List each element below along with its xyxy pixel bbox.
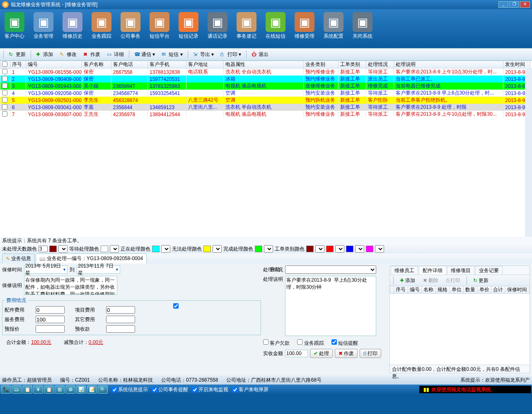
color-cat2[interactable] xyxy=(326,246,334,252)
data-grid[interactable]: 序号编号客户名称客户电话客户手机客户地址电器属性业务类别工单类别处理情况处理说明… xyxy=(0,61,530,118)
sub-refresh-button[interactable]: ↻更新 xyxy=(470,276,491,285)
sub-tab-0[interactable]: 维修员工 xyxy=(391,266,418,275)
color-proc-select[interactable] xyxy=(161,245,170,253)
edit-button[interactable]: ✎修改 xyxy=(57,50,80,59)
exit-button[interactable]: ⏻退出 xyxy=(249,50,271,59)
task-icon-3[interactable]: 📋 xyxy=(22,385,32,394)
company-remind-check[interactable]: 公司事务提醒 xyxy=(152,386,188,393)
parts-grid[interactable]: 序号编号名称规格单位数量单价合计保修时间 xyxy=(390,286,530,365)
col-header[interactable]: 电器属性 xyxy=(223,61,304,68)
table-row[interactable]: 5YG13-0809-092501-0005李先生456328874八里三路42… xyxy=(0,97,530,104)
sub-col-header[interactable]: 合计 xyxy=(491,286,505,294)
color-cat2-sel[interactable] xyxy=(335,245,344,253)
minimize-button[interactable]: _ xyxy=(498,1,508,8)
color-cat3[interactable] xyxy=(346,246,353,252)
ribbon-10[interactable]: ▣维修受理 xyxy=(290,11,319,46)
vertical-scrollbar[interactable] xyxy=(525,68,532,237)
task-icon-6[interactable]: ⊞ xyxy=(55,385,65,394)
other-fee-input[interactable] xyxy=(106,316,135,323)
comm-dropdown[interactable]: ☎通信 ▾ xyxy=(131,50,158,59)
color-done[interactable] xyxy=(255,246,262,252)
print-dropdown[interactable]: ⎙打印 ▾ xyxy=(218,50,244,59)
ribbon-5[interactable]: ▣短信平台 xyxy=(145,11,174,46)
track-checkbox[interactable] xyxy=(297,339,302,345)
maximize-button[interactable]: ❐ xyxy=(509,1,519,8)
color-cat4-sel[interactable] xyxy=(375,245,384,253)
row-checkbox[interactable] xyxy=(2,90,7,95)
task-icon-8[interactable]: 📊 xyxy=(76,385,86,394)
auto-checkbox[interactable] xyxy=(173,303,179,309)
ribbon-4[interactable]: ▣公司事务 xyxy=(116,11,145,46)
color-wait[interactable] xyxy=(101,246,108,252)
row-checkbox[interactable] xyxy=(2,97,7,102)
sub-col-header[interactable]: 序号 xyxy=(394,286,408,294)
col-header[interactable]: 客户手机 xyxy=(148,61,186,68)
table-row[interactable]: 4YG13-0809-092058-0004保密2345687741593325… xyxy=(0,90,530,97)
task-icon-4[interactable]: ¥ xyxy=(33,385,43,394)
close-button[interactable]: ✕ xyxy=(520,1,530,8)
ribbon-9[interactable]: ▣在线短信 xyxy=(261,11,290,46)
ribbon-6[interactable]: ▣短信记录 xyxy=(174,11,203,46)
add-button[interactable]: ✚添加 xyxy=(33,50,56,59)
color-cat3-sel[interactable] xyxy=(355,245,364,253)
warranty-end-date[interactable]: 2013年11月 7日星▼ xyxy=(77,265,120,274)
ribbon-1[interactable]: ▣业务管理 xyxy=(29,11,58,46)
ribbon-8[interactable]: ▣事务速记 xyxy=(232,11,261,46)
col-header[interactable]: 发生时间 xyxy=(503,61,530,68)
sub-del-button[interactable]: ✖删除 xyxy=(420,276,441,285)
color-cat4[interactable] xyxy=(366,246,373,252)
task-icon-2[interactable]: 🗂 xyxy=(12,385,22,394)
task-icon-7[interactable]: ⚙ xyxy=(65,385,75,394)
sub-col-header[interactable]: 名称 xyxy=(422,286,436,294)
ribbon-3[interactable]: ▣业务跟踪 xyxy=(87,11,116,46)
sys-info-check[interactable]: 系统信息提示 xyxy=(112,386,148,393)
refresh-button[interactable]: ↻更新 xyxy=(6,50,29,59)
row-checkbox[interactable] xyxy=(2,104,7,110)
task-icon-10[interactable]: 🔍 xyxy=(98,385,108,394)
ribbon-7[interactable]: ▣通话记录 xyxy=(203,11,232,46)
sms-check-wrap[interactable]: 短信提醒 xyxy=(331,339,358,347)
popup-check[interactable]: 客户来电弹屏 xyxy=(232,386,268,393)
status-select[interactable] xyxy=(285,265,376,274)
sub-tab-1[interactable]: 配件详细 xyxy=(419,266,446,275)
col-header[interactable]: 业务类别 xyxy=(304,61,339,68)
task-icon-5[interactable]: 📋 xyxy=(44,385,54,394)
col-header[interactable]: 处理说明 xyxy=(394,61,503,68)
col-header[interactable]: 序号 xyxy=(10,61,26,68)
color-done-select[interactable] xyxy=(264,245,273,253)
task-icon-9[interactable]: 📝 xyxy=(87,385,97,394)
sub-col-header[interactable]: 编号 xyxy=(408,286,422,294)
quote-input[interactable] xyxy=(36,325,65,333)
detail-button[interactable]: ▭详细 xyxy=(104,50,127,59)
void-button[interactable]: ✖作废 xyxy=(80,50,103,59)
sub-tab-2[interactable]: 维修项目 xyxy=(447,266,474,275)
sub-add-button[interactable]: ✚添加 xyxy=(397,276,418,285)
color-fail-select[interactable] xyxy=(213,245,222,253)
color-proc[interactable] xyxy=(152,246,160,252)
export-dropdown[interactable]: ⇲导出 ▾ xyxy=(190,50,217,59)
track-check-wrap[interactable]: 业务跟踪 xyxy=(297,339,324,347)
deposit-input[interactable] xyxy=(106,325,135,333)
ribbon-12[interactable]: ▣关闭系统 xyxy=(348,11,377,46)
sub-col-header[interactable]: 保修时间 xyxy=(505,286,529,294)
color-cat1[interactable] xyxy=(306,246,314,252)
ribbon-11[interactable]: ▣系统配置 xyxy=(319,11,348,46)
sms-remind-checkbox[interactable] xyxy=(331,339,337,345)
warranty-start-date[interactable]: 2013年 5月19日星▼ xyxy=(24,265,68,274)
table-row[interactable]: 7YG13-0809-093607-0007王先生423569781389441… xyxy=(0,111,530,118)
sub-print-button[interactable]: ⎙打印 xyxy=(443,276,463,285)
ribbon-2[interactable]: ▣维修历史 xyxy=(58,11,87,46)
ribbon-0[interactable]: ▣客户中心 xyxy=(0,11,29,46)
color-wait-select[interactable] xyxy=(110,245,119,253)
table-row[interactable]: 1YG13-0809-081556-0001保密2667558137881328… xyxy=(0,68,530,76)
col-header[interactable]: 处理情况 xyxy=(366,61,394,68)
proj-fee-input[interactable] xyxy=(106,306,135,314)
warranty-desc-textarea[interactable]: 在保修期内为同一故障，同一现象，同一配件，如电器出现另一故障类型，另外收取手工费… xyxy=(24,276,117,295)
color-fail[interactable] xyxy=(203,246,211,252)
sub-col-header[interactable]: 单位 xyxy=(450,286,464,294)
actual-input[interactable] xyxy=(285,350,308,357)
row-checkbox[interactable] xyxy=(2,83,7,88)
select-all-checkbox[interactable] xyxy=(2,61,7,67)
call-monitor-check[interactable]: 开启来电监视 xyxy=(192,386,228,393)
col-header[interactable]: 客户电话 xyxy=(111,61,148,68)
